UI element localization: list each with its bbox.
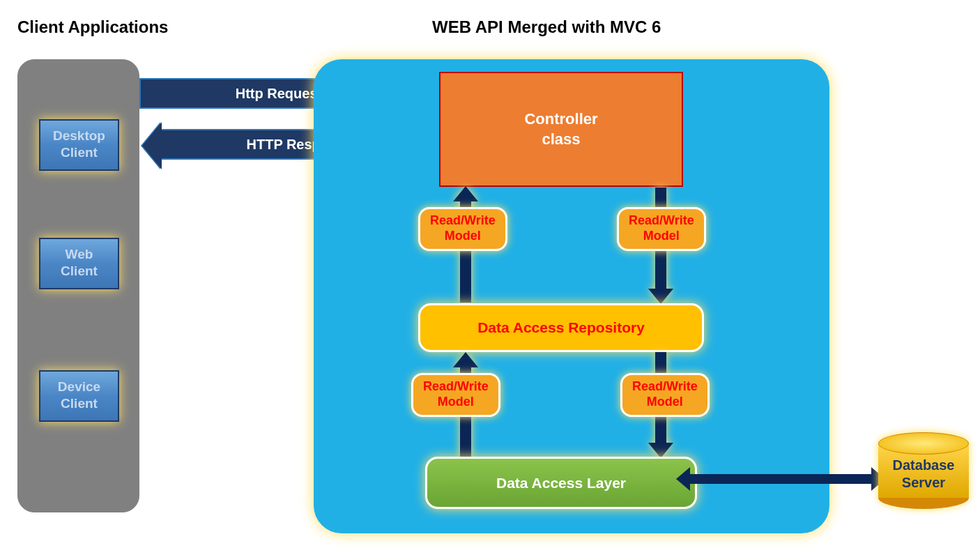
desktop-client-label: Desktop Client (53, 128, 105, 160)
main-title: WEB API Merged with MVC 6 (432, 17, 661, 37)
rw-badge-upper-right: Read/Write Model (617, 207, 706, 251)
clients-panel: Desktop Client Web Client Device Client (17, 59, 139, 512)
http-request-label: Http Request (236, 86, 322, 102)
database-label: Database Server (878, 457, 969, 492)
rw-badge-lower-left-label: Read/Write Model (423, 379, 489, 409)
dal-box: Data Access Layer (425, 457, 697, 509)
rw-badge-lower-right: Read/Write Model (620, 373, 710, 417)
controller-label: Controller class (524, 109, 597, 149)
clients-title: Client Applications (17, 17, 168, 37)
repository-label: Data Access Repository (477, 319, 645, 336)
device-client-label: Device Client (58, 379, 100, 411)
controller-box: Controller class (439, 72, 683, 187)
desktop-client-box: Desktop Client (39, 119, 119, 171)
database-label-text: Database Server (893, 457, 955, 490)
db-top-shape (878, 432, 969, 455)
rw-badge-upper-right-label: Read/Write Model (629, 213, 694, 243)
arrow-dal-db (690, 474, 871, 484)
rw-badge-upper-left-label: Read/Write Model (430, 213, 496, 243)
web-client-box: Web Client (39, 238, 119, 289)
web-client-label: Web Client (61, 247, 98, 278)
rw-badge-upper-left: Read/Write Model (418, 207, 507, 251)
rw-badge-lower-left: Read/Write Model (411, 373, 500, 417)
rw-badge-lower-right-label: Read/Write Model (632, 379, 698, 409)
repository-box: Data Access Repository (418, 303, 704, 352)
dal-label: Data Access Layer (496, 475, 626, 492)
main-panel: Controller class Read/Write Model Read/W… (314, 59, 829, 533)
device-client-box: Device Client (39, 370, 119, 422)
